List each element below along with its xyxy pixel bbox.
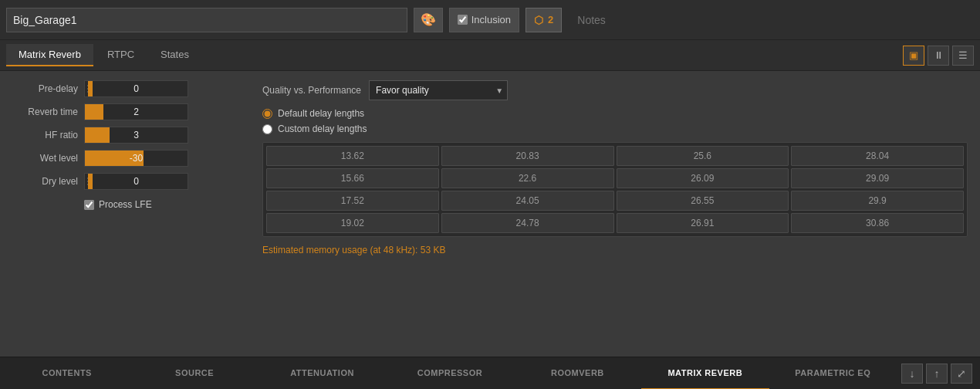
view-split-button[interactable]: ⏸	[928, 46, 949, 66]
tab-bar: Matrix Reverb RTPC States ▣ ⏸ ☰	[0, 40, 980, 71]
grid-cell-0-3: 28.04	[791, 146, 964, 166]
tab-matrix-reverb[interactable]: Matrix Reverb	[6, 44, 93, 66]
nav-attenuation[interactable]: ATTENUATION	[259, 357, 386, 390]
memory-text: Estimated memory usage (at 48 kHz): 53 K…	[262, 245, 445, 255]
custom-delay-radio[interactable]	[262, 124, 272, 134]
dry-level-value: 0	[85, 173, 188, 190]
inclusion-label: Inclusion	[471, 14, 511, 25]
quality-row: Quality vs. Performance Favor quality Fa…	[262, 80, 968, 100]
external-button[interactable]: ⤢	[951, 364, 972, 384]
default-delay-label: Default delay lengths	[278, 108, 364, 119]
wet-level-handle[interactable]	[139, 150, 144, 167]
quality-label: Quality vs. Performance	[262, 85, 361, 96]
wet-level-row: Wet level -30	[12, 150, 244, 167]
grid-cell-0-2: 25.6	[617, 146, 789, 166]
nav-matrix-reverb[interactable]: MATRIX REVERB	[641, 357, 769, 390]
hf-ratio-handle[interactable]	[105, 127, 110, 144]
grid-cell-1-2: 26.09	[617, 168, 789, 188]
grid-cell-2-3: 29.9	[791, 191, 964, 211]
hf-ratio-row: HF ratio 3	[12, 127, 244, 144]
download-button[interactable]: ↓	[901, 364, 923, 384]
grid-cell-1-0: 15.66	[266, 168, 439, 188]
dry-level-label: Dry level	[12, 176, 78, 187]
memory-value: 53 KB	[421, 245, 446, 255]
delay-grid: 13.62 20.83 25.6 28.04 15.66 22.6 26.09 …	[262, 142, 968, 237]
left-panel: Pre-delay 0 Reverb time 2 H	[12, 80, 244, 347]
tabs-left: Matrix Reverb RTPC States	[6, 44, 903, 66]
inclusion-checkbox[interactable]	[458, 15, 468, 25]
grid-cell-2-2: 26.55	[617, 191, 789, 211]
nav-compressor[interactable]: COMPRESSOR	[386, 357, 513, 390]
delay-radio-group: Default delay lengths Custom delay lengt…	[262, 108, 968, 134]
notes-input[interactable]	[568, 8, 974, 32]
pre-delay-handle[interactable]	[88, 80, 93, 97]
grid-cell-1-3: 29.09	[791, 168, 964, 188]
view-list-button[interactable]: ☰	[952, 46, 974, 66]
nav-contents[interactable]: CONTENTS	[3, 357, 130, 390]
pre-delay-label: Pre-delay	[12, 83, 78, 94]
reverb-time-slider[interactable]: 2	[84, 103, 188, 120]
view-single-button[interactable]: ▣	[903, 46, 924, 66]
nav-actions: ↓ ↑ ⤢	[897, 364, 977, 384]
bottom-nav: CONTENTS SOURCE ATTENUATION COMPRESSOR R…	[0, 357, 980, 389]
quality-select[interactable]: Favor quality Favor performance Balanced	[369, 80, 508, 100]
tabs-right: ▣ ⏸ ☰	[903, 46, 974, 66]
process-lfe-label: Process LFE	[99, 199, 152, 210]
palette-icon: 🎨	[421, 12, 436, 27]
default-delay-row: Default delay lengths	[262, 108, 968, 119]
dry-level-row: Dry level 0	[12, 173, 244, 190]
grid-cell-3-1: 24.78	[441, 213, 614, 233]
nav-parametric-eq[interactable]: PARAMETRIC EQ	[769, 357, 897, 390]
custom-delay-label: Custom delay lengths	[278, 123, 367, 134]
inclusion-button[interactable]: Inclusion	[449, 8, 519, 32]
dry-level-handle[interactable]	[88, 173, 93, 190]
wet-level-label: Wet level	[12, 153, 78, 164]
share-button[interactable]: ⬡ 2	[525, 8, 562, 32]
reverb-time-row: Reverb time 2	[12, 103, 244, 120]
memory-info: Estimated memory usage (at 48 kHz): 53 K…	[262, 245, 968, 255]
grid-cell-2-0: 17.52	[266, 191, 439, 211]
palette-button[interactable]: 🎨	[414, 8, 443, 32]
nav-roomverb[interactable]: ROOMVERB	[514, 357, 641, 390]
hf-ratio-label: HF ratio	[12, 130, 78, 140]
right-panel: Quality vs. Performance Favor quality Fa…	[262, 80, 968, 347]
pre-delay-row: Pre-delay 0	[12, 80, 244, 97]
top-bar: 🎨 Inclusion ⬡ 2	[0, 0, 980, 40]
main-content: Pre-delay 0 Reverb time 2 H	[0, 71, 980, 357]
pre-delay-slider[interactable]: 0	[84, 80, 188, 97]
grid-cell-0-0: 13.62	[266, 146, 439, 166]
grid-cell-3-0: 19.02	[266, 213, 439, 233]
share-icon: ⬡	[534, 14, 543, 26]
grid-cell-3-2: 26.91	[617, 213, 789, 233]
dry-level-slider[interactable]: 0	[84, 173, 188, 190]
default-delay-radio[interactable]	[262, 109, 272, 119]
reverb-time-label: Reverb time	[12, 107, 78, 117]
process-lfe-row: Process LFE	[84, 199, 244, 210]
quality-select-wrapper: Favor quality Favor performance Balanced…	[369, 80, 508, 100]
tab-states[interactable]: States	[148, 44, 201, 66]
grid-cell-0-1: 20.83	[441, 146, 614, 166]
process-lfe-checkbox[interactable]	[84, 200, 94, 210]
wet-level-slider[interactable]: -30	[84, 150, 188, 167]
tab-rtpc[interactable]: RTPC	[95, 44, 147, 66]
reverb-time-handle[interactable]	[99, 103, 103, 120]
hf-ratio-slider[interactable]: 3	[84, 127, 188, 144]
grid-cell-2-1: 24.05	[441, 191, 614, 211]
title-input[interactable]	[6, 8, 407, 32]
nav-source[interactable]: SOURCE	[130, 357, 258, 390]
grid-cell-3-3: 30.86	[791, 213, 964, 233]
custom-delay-row: Custom delay lengths	[262, 123, 968, 134]
pre-delay-value: 0	[85, 80, 188, 97]
upload-button[interactable]: ↑	[926, 364, 948, 384]
grid-cell-1-1: 22.6	[441, 168, 614, 188]
share-count: 2	[548, 14, 553, 25]
